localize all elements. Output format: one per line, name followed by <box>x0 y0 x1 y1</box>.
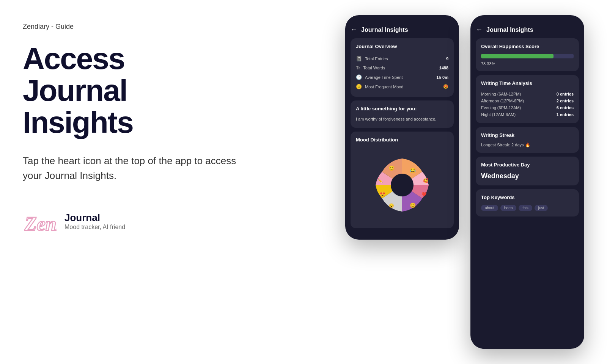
writing-time-card: Writing Time Analysis Morning (6AM-12PM)… <box>476 75 579 123</box>
words-label: Total Words <box>363 66 385 70</box>
svg-text:😂: 😂 <box>410 167 416 174</box>
phone1-back-arrow[interactable]: ← <box>351 26 357 34</box>
stat-row-time: 🕐 Avarage Time Spent 1h 0m <box>356 72 448 82</box>
svg-text:😍: 😍 <box>379 191 386 197</box>
phone2-header: ← Journal Insights <box>470 23 584 38</box>
svg-text:😊: 😊 <box>388 165 395 171</box>
night-label: Night (12AM-6AM) <box>481 112 516 117</box>
words-icon: Tr <box>356 65 360 71</box>
keyword-this: this <box>519 205 532 211</box>
brand-row: Zeni Journal Mood tracker, AI friend <box>23 206 243 236</box>
entries-value: 9 <box>446 56 448 61</box>
phone2-inner: Overall Happiness Score 78.33% Writing T… <box>470 38 584 228</box>
streak-title: Writing Streak <box>481 132 574 138</box>
svg-text:❤️: ❤️ <box>421 191 427 197</box>
keyword-been: been <box>500 205 516 211</box>
mood-value: 😍 <box>443 84 448 89</box>
affirmation-card: A little something for you: I am worthy … <box>351 100 454 128</box>
entries-label: Total Entries <box>365 56 388 61</box>
mood-label: Most Frequent Mood <box>365 85 404 89</box>
streak-text: Longest Streak: 2 days 🔥 <box>481 143 574 147</box>
time-icon: 🕐 <box>356 74 362 80</box>
main-heading: Access Journal Insights <box>23 43 243 138</box>
mood-distribution-card: Mood Distribution <box>351 132 454 228</box>
writing-time-title: Writing Time Analysis <box>481 80 574 86</box>
keywords-row: about been this just <box>481 205 574 211</box>
happiness-pct: 78.33% <box>481 61 574 66</box>
happiness-title: Overall Happiness Score <box>481 44 574 49</box>
svg-text:✏️: ✏️ <box>377 178 383 183</box>
afternoon-label: Afternoon (12PM-6PM) <box>481 99 524 103</box>
afternoon-value: 2 entries <box>557 99 574 103</box>
productive-title: Most Productive Day <box>481 162 574 168</box>
time-label: Avarage Time Spent <box>365 75 403 80</box>
happiness-bar-fill <box>481 54 554 58</box>
svg-point-1 <box>391 174 414 196</box>
evening-value: 6 entries <box>557 105 574 110</box>
brand-text: Journal Mood tracker, AI friend <box>64 212 125 231</box>
journal-overview-card: Journal Overview 📓 Total Entries 9 Tr To… <box>351 38 454 97</box>
streak-card: Writing Streak Longest Streak: 2 days 🔥 <box>476 127 579 153</box>
zeni-logo: Zeni <box>23 206 57 236</box>
phones-section: ← Journal Insights Journal Overview 📓 To… <box>345 15 584 349</box>
brand-name: Journal <box>64 212 125 224</box>
mood-icon: 🙂 <box>356 84 362 89</box>
stat-row-mood: 🙂 Most Frequent Mood 😍 <box>356 82 448 91</box>
subtitle: Tap the heart icon at the top of the app… <box>23 154 243 183</box>
keyword-just: just <box>535 205 548 211</box>
happiness-bar-container <box>481 54 574 58</box>
words-value: 1488 <box>439 66 448 70</box>
happiness-card: Overall Happiness Score 78.33% <box>476 38 579 71</box>
evening-label: Evening (6PM-12AM) <box>481 105 521 110</box>
svg-text:Zeni: Zeni <box>24 213 57 235</box>
phone-1: ← Journal Insights Journal Overview 📓 To… <box>345 15 459 240</box>
phone1-header: ← Journal Insights <box>345 23 459 38</box>
svg-text:🥰: 🥰 <box>423 178 428 183</box>
phone2-title: Journal Insights <box>486 27 533 33</box>
svg-text:😊: 😊 <box>410 202 416 209</box>
mood-dist-title: Mood Distribution <box>356 137 448 143</box>
writing-morning: Morning (6AM-12PM) 0 entries <box>481 91 574 97</box>
affirmation-text: I am worthy of forgiveness and acceptanc… <box>356 116 448 122</box>
mood-chart: 😂 🥰 ❤️ 😊 😮 😍 ✏️ 😊 <box>356 147 448 223</box>
left-section: Zendiary - Guide Access Journal Insights… <box>23 23 243 236</box>
mood-pie-svg: 😂 🥰 ❤️ 😊 😮 😍 ✏️ 😊 <box>368 151 436 219</box>
guide-label: Zendiary - Guide <box>23 23 243 31</box>
brand-sub: Mood tracker, AI friend <box>64 224 125 231</box>
affirmation-title: A little something for you: <box>356 106 448 111</box>
writing-night: Night (12AM-6AM) 1 entries <box>481 111 574 118</box>
keyword-about: about <box>481 205 498 211</box>
morning-label: Morning (6AM-12PM) <box>481 92 521 96</box>
productive-day-card: Most Productive Day Wednesday <box>476 157 579 185</box>
phone-2: ← Journal Insights Overall Happiness Sco… <box>470 15 584 349</box>
writing-evening: Evening (6PM-12AM) 6 entries <box>481 104 574 111</box>
writing-afternoon: Afternoon (12PM-6PM) 2 entries <box>481 97 574 104</box>
overview-title: Journal Overview <box>356 44 448 49</box>
keywords-title: Top Keywords <box>481 195 574 200</box>
phone1-inner: Journal Overview 📓 Total Entries 9 Tr To… <box>345 38 459 240</box>
keywords-card: Top Keywords about been this just <box>476 189 579 217</box>
phone1-title: Journal Insights <box>361 27 408 33</box>
stat-row-entries: 📓 Total Entries 9 <box>356 54 448 63</box>
night-value: 1 entries <box>557 112 574 117</box>
morning-value: 0 entries <box>557 92 574 96</box>
stat-row-words: Tr Total Words 1488 <box>356 63 448 72</box>
svg-text:😮: 😮 <box>389 203 394 208</box>
time-value: 1h 0m <box>436 75 448 80</box>
entries-icon: 📓 <box>356 56 362 61</box>
phone2-back-arrow[interactable]: ← <box>476 26 483 34</box>
productive-day: Wednesday <box>481 172 574 180</box>
happiness-bar-bg <box>481 54 574 58</box>
